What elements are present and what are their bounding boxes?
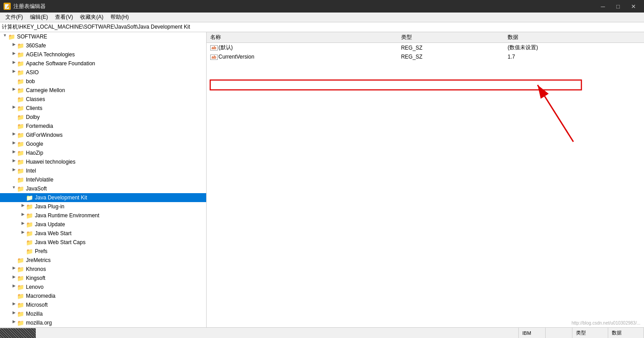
close-button[interactable]: ✕ <box>626 0 640 13</box>
tree-toggle-intelvolatile[interactable] <box>11 176 17 183</box>
tree-toggle-javasoft[interactable]: ▼ <box>11 185 17 192</box>
tree-item-intelvolatile[interactable]: 📁IntelVolatile <box>0 175 206 184</box>
tree-item-webstart[interactable]: ▶📁Java Web Start <box>0 229 206 238</box>
tree-toggle-lenovo[interactable]: ▶ <box>11 283 17 291</box>
tree-label-huawei: Huawei technologies <box>26 159 76 165</box>
registry-table-container: 名称 类型 数据 ab(默认)REG_SZ(数值未设置)abCurrentVer… <box>207 32 644 327</box>
menu-help[interactable]: 帮助(H) <box>107 13 132 22</box>
folder-icon-jre: 📁 <box>26 213 33 219</box>
tree-item-classes[interactable]: 📁Classes <box>0 95 206 104</box>
watermark: http://blog.csdn.net/u010302983/... <box>572 321 640 325</box>
maximize-button[interactable]: □ <box>611 0 625 13</box>
folder-icon-jremetrics: 📁 <box>17 258 24 264</box>
menu-edit[interactable]: 编辑(E) <box>26 13 51 22</box>
tree-toggle-haozip[interactable]: ▶ <box>11 149 17 156</box>
app-title: 注册表编辑器 <box>13 3 46 10</box>
tree-item-update[interactable]: ▶📁Java Update <box>0 220 206 229</box>
address-path: 计算机\HKEY_LOCAL_MACHINE\SOFTWARE\JavaSoft… <box>2 23 190 31</box>
tree-item-webstartcaps[interactable]: 📁Java Web Start Caps <box>0 238 206 247</box>
tree-item-360safe[interactable]: ▶📁360Safe <box>0 41 206 50</box>
registry-row-1[interactable]: abCurrentVersionREG_SZ1.7 <box>207 52 644 61</box>
tree-toggle-jremetrics[interactable] <box>11 257 17 264</box>
tree-item-lenovo[interactable]: ▶📁Lenovo <box>0 283 206 292</box>
folder-icon-ageia: 📁 <box>17 52 24 58</box>
folder-icon-intelvolatile: 📁 <box>17 177 24 183</box>
minimize-button[interactable]: ─ <box>596 0 610 13</box>
tree-item-haozip[interactable]: ▶📁HaoZip <box>0 148 206 157</box>
menu-favorites[interactable]: 收藏夹(A) <box>76 13 107 22</box>
tree-toggle-apache[interactable]: ▶ <box>11 60 17 67</box>
tree-label-intel: Intel <box>26 168 36 174</box>
tree-item-software[interactable]: ▼📁SOFTWARE <box>0 32 206 41</box>
tree-toggle-software[interactable]: ▼ <box>2 33 8 40</box>
tree-item-jre[interactable]: ▶📁Java Runtime Environment <box>0 211 206 220</box>
tree-toggle-mozilla[interactable]: ▶ <box>11 310 17 317</box>
right-panel-wrapper: 名称 类型 数据 ab(默认)REG_SZ(数值未设置)abCurrentVer… <box>207 32 644 327</box>
tree-item-intel[interactable]: ▶📁Intel <box>0 166 206 175</box>
tree-item-huawei[interactable]: ▶📁Huawei technologies <box>0 157 206 166</box>
tree-item-carneige[interactable]: ▶📁Carnegie Mellon <box>0 86 206 95</box>
tree-toggle-ageia[interactable]: ▶ <box>11 51 17 58</box>
tree-label-dolby: Dolby <box>26 114 40 120</box>
tree-item-mozillaorg[interactable]: ▶📁mozilla.org <box>0 318 206 327</box>
tree-item-bob[interactable]: 📁bob <box>0 77 206 86</box>
tree-item-ageia[interactable]: ▶📁AGEIA Technologies <box>0 50 206 59</box>
cell-data-0: (数值未设置) <box>504 43 644 53</box>
tree-item-javasoft[interactable]: ▼📁JavaSoft <box>0 184 206 193</box>
folder-icon-huawei: 📁 <box>17 159 24 165</box>
tree-toggle-fortemedia[interactable] <box>11 123 17 130</box>
tree-item-mozilla[interactable]: ▶📁Mozilla <box>0 309 206 318</box>
tree-toggle-jre[interactable]: ▶ <box>20 212 26 219</box>
tree-toggle-plugin[interactable]: ▶ <box>20 203 26 210</box>
tree-toggle-mozillaorg[interactable]: ▶ <box>11 319 17 326</box>
tree-item-gitforwindows[interactable]: ▶📁GitForWindows <box>0 131 206 139</box>
tree-toggle-prefs[interactable] <box>20 248 26 255</box>
tree-item-asio[interactable]: ▶📁ASIO <box>0 68 206 77</box>
folder-icon-360safe: 📁 <box>17 43 24 49</box>
cell-type-0: REG_SZ <box>398 43 504 53</box>
cell-name-0: ab(默认) <box>207 43 398 53</box>
tree-item-plugin[interactable]: ▶📁Java Plug-in <box>0 202 206 211</box>
tree-toggle-microsoft[interactable]: ▶ <box>11 301 17 308</box>
tree-toggle-bob[interactable] <box>11 78 17 85</box>
tree-toggle-asio[interactable]: ▶ <box>11 69 17 76</box>
tree-toggle-webstartcaps[interactable] <box>20 239 26 246</box>
tree-item-jremetrics[interactable]: 📁JreMetrics <box>0 256 206 265</box>
tree-toggle-macromedia[interactable] <box>11 292 17 300</box>
tree-toggle-webstart[interactable]: ▶ <box>20 230 26 237</box>
tree-toggle-intel[interactable]: ▶ <box>11 167 17 174</box>
tree-item-macromedia[interactable]: 📁Macromedia <box>0 292 206 300</box>
tree-toggle-update[interactable]: ▶ <box>20 221 26 228</box>
menu-file[interactable]: 文件(F) <box>2 13 26 22</box>
tree-panel[interactable]: ▼📁SOFTWARE▶📁360Safe▶📁AGEIA Technologies▶… <box>0 32 207 327</box>
tree-item-google[interactable]: ▶📁Google <box>0 139 206 148</box>
tree-toggle-kingsoft[interactable]: ▶ <box>11 275 17 282</box>
tree-toggle-classes[interactable] <box>11 96 17 103</box>
tree-item-dolby[interactable]: 📁Dolby <box>0 113 206 122</box>
tree-toggle-google[interactable]: ▶ <box>11 140 17 148</box>
tree-toggle-huawei[interactable]: ▶ <box>11 158 17 165</box>
tree-item-jdk[interactable]: 📁Java Development Kit <box>0 193 206 202</box>
tree-toggle-dolby[interactable] <box>11 114 17 121</box>
registry-row-0[interactable]: ab(默认)REG_SZ(数值未设置) <box>207 43 644 53</box>
tree-item-microsoft[interactable]: ▶📁Microsoft <box>0 300 206 309</box>
tree-toggle-jdk[interactable] <box>20 194 26 201</box>
status-ibm: IBM <box>519 328 546 338</box>
folder-icon-fortemedia: 📁 <box>17 123 24 130</box>
ab-icon-1: ab <box>210 55 218 60</box>
tree-item-apache[interactable]: ▶📁Apache Software Foundation <box>0 59 206 68</box>
menu-view[interactable]: 查看(V) <box>51 13 76 22</box>
tree-item-kingsoft[interactable]: ▶📁Kingsoft <box>0 274 206 283</box>
tree-label-javasoft: JavaSoft <box>26 186 47 192</box>
tree-label-webstart: Java Web Start <box>35 230 72 237</box>
tree-toggle-gitforwindows[interactable]: ▶ <box>11 131 17 139</box>
tree-toggle-360safe[interactable]: ▶ <box>11 42 17 49</box>
tree-item-clients[interactable]: ▶📁Clients <box>0 104 206 113</box>
tree-toggle-carneige[interactable]: ▶ <box>11 87 17 94</box>
tree-item-prefs[interactable]: 📁Prefs <box>0 247 206 256</box>
tree-item-khronos[interactable]: ▶📁Khronos <box>0 265 206 274</box>
tree-toggle-clients[interactable]: ▶ <box>11 105 17 112</box>
tree-item-fortemedia[interactable]: 📁Fortemedia <box>0 122 206 131</box>
tree-toggle-khronos[interactable]: ▶ <box>11 266 17 273</box>
statusbar: IBM 类型 数据 <box>0 327 644 338</box>
